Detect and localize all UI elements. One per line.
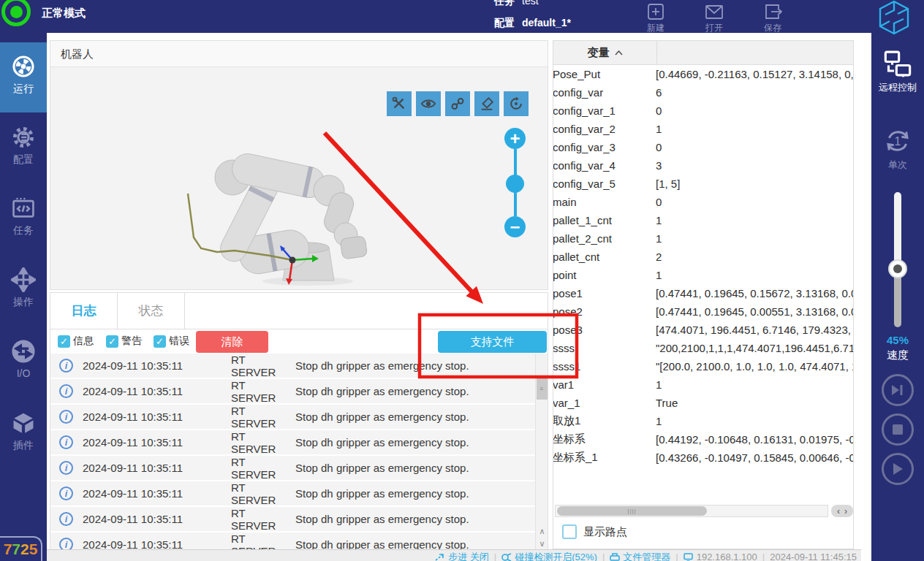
play-button[interactable] — [882, 453, 914, 485]
save-button[interactable]: 保存 — [750, 1, 795, 33]
support-files-button[interactable]: 支持文件 — [438, 331, 547, 353]
error-checkbox[interactable]: ✓ — [154, 335, 166, 348]
tab-status[interactable]: 状态 — [118, 293, 185, 329]
network-icon — [683, 553, 694, 561]
new-button[interactable]: 新建 — [633, 1, 678, 33]
eraser-button[interactable] — [474, 91, 499, 116]
variable-row[interactable]: 坐标系_1 [0.43266, -0.10497, 0.15845, 0.006… — [553, 449, 853, 467]
cube-icon — [11, 411, 36, 435]
scroll-up-icon[interactable]: ∧ — [536, 525, 548, 537]
step-mode-status[interactable]: 步进 关闭 — [435, 550, 489, 561]
info-checkbox[interactable]: ✓ — [58, 335, 70, 348]
tab-log[interactable]: 日志 — [50, 293, 118, 329]
log-source: RT SERVER — [231, 456, 292, 481]
variable-row[interactable]: config_var 6 — [553, 83, 853, 102]
speed-label: 速度 — [871, 348, 924, 362]
variable-value: [1, 5] — [656, 178, 853, 190]
step-next-button[interactable] — [882, 374, 914, 406]
open-button[interactable]: 打开 — [692, 1, 737, 33]
zoom-control: + − — [504, 128, 526, 237]
variables-hscrollbar[interactable]: |||| — [555, 505, 828, 517]
chain-link-icon — [450, 96, 466, 112]
code-window-icon — [11, 196, 36, 221]
variable-row[interactable]: ssss "200,2100,1,1,1,474.4071,196.4451,6… — [553, 339, 853, 357]
sidebar-item-operate[interactable]: 操作 — [0, 256, 47, 326]
sidebar-item-label: 任务 — [0, 224, 47, 237]
statusbar: 步进 关闭 | 碰撞检测开启(52%) | 文件管理器 | 192.168.1.… — [47, 549, 861, 561]
hscrollbar-thumb[interactable]: |||| — [557, 506, 707, 516]
warning-checkbox-label: 警告 — [121, 335, 142, 348]
scroll-left-icon[interactable]: ‹ — [837, 507, 840, 516]
sidebar-item-io[interactable]: I/O — [0, 327, 47, 397]
variable-row[interactable]: pallet_1_cnt 1 — [553, 211, 853, 229]
variables-header-cell[interactable]: 变量 — [553, 41, 657, 64]
log-scrollbar[interactable]: ≡ ∧ ∨ — [535, 354, 548, 550]
log-scrollbar-thumb[interactable]: ≡ — [537, 378, 548, 400]
variable-row[interactable]: main 0 — [553, 193, 853, 211]
sidebar-item-task[interactable]: 任务 — [0, 184, 47, 254]
sidebar-item-run[interactable]: 运行 — [0, 42, 47, 112]
remote-control-button[interactable]: 远程控制 — [871, 49, 924, 94]
visibility-button[interactable] — [416, 91, 441, 116]
single-run-button[interactable]: 1 单次 — [871, 126, 924, 172]
sidebar-item-plugin[interactable]: 插件 — [0, 399, 47, 469]
variable-name: ssss — [553, 342, 656, 354]
variable-row[interactable]: pose1 [0.47441, 0.19645, 0.15672, 3.1316… — [553, 284, 853, 302]
log-row[interactable]: i 2024-09-11 10:35:11 RT SERVER Stop dh … — [50, 405, 535, 429]
variable-row[interactable]: 取放1 1 — [553, 412, 853, 430]
variable-row[interactable]: config_var_4 3 — [553, 156, 853, 175]
zoom-out-button[interactable]: − — [504, 216, 526, 237]
tools-icon — [391, 96, 407, 112]
log-row[interactable]: i 2024-09-11 10:35:11 RT SERVER Stop dh … — [50, 481, 535, 505]
sidebar-item-config[interactable]: 配置 — [0, 113, 47, 183]
view-toolbar — [387, 91, 529, 116]
stop-button[interactable] — [882, 413, 914, 446]
variable-name: var_1 — [553, 397, 656, 409]
variable-name: main — [553, 196, 656, 208]
scroll-down-icon[interactable]: ∨ — [536, 538, 548, 549]
task-label: 任务 — [494, 0, 515, 7]
log-row[interactable]: i 2024-09-11 10:35:11 RT SERVER Stop dh … — [50, 430, 535, 454]
variable-row[interactable]: Pose_Put [0.44669, -0.21163, 0.15127, 3.… — [553, 65, 853, 83]
app-window: 正常模式 任务test 配置default_1* 新建 打开 保存 — [0, 0, 924, 561]
variable-row[interactable]: config_var_3 0 — [553, 138, 853, 156]
speed-slider-handle[interactable] — [888, 259, 907, 278]
variable-name: config_var_2 — [553, 123, 656, 135]
info-icon: i — [59, 486, 73, 500]
log-panel: 日志 状态 ✓ 信息 ✓ 警告 ✓ 错误 清除 支持文件 i — [50, 292, 548, 549]
log-row[interactable]: i 2024-09-11 10:35:11 RT SERVER Stop dh … — [50, 354, 535, 378]
log-row[interactable]: i 2024-09-11 10:35:11 RT SERVER Stop dh … — [50, 379, 535, 403]
log-message: Stop dh gripper as emergency stop. — [295, 462, 469, 474]
log-row[interactable]: i 2024-09-11 10:35:11 RT SERVER Stop dh … — [50, 456, 535, 480]
scroll-right-icon[interactable]: › — [844, 507, 847, 516]
variable-row[interactable]: pose3 [474.4071, 196.4451, 6.7146, 179.4… — [553, 321, 853, 339]
log-row[interactable]: i 2024-09-11 10:35:11 RT SERVER Stop dh … — [50, 507, 535, 531]
variable-row[interactable]: pallet_2_cnt 1 — [553, 229, 853, 248]
variable-row[interactable]: pose2 [0.47441, 0.19645, 0.00551, 3.1316… — [553, 302, 853, 321]
variable-row[interactable]: point 1 — [553, 266, 853, 284]
warning-checkbox[interactable]: ✓ — [106, 335, 118, 348]
variable-row[interactable]: config_var_2 1 — [553, 120, 853, 138]
variable-row[interactable]: 坐标系 [0.44192, -0.10648, 0.16131, 0.01975… — [553, 430, 853, 449]
reset-view-button[interactable] — [504, 91, 529, 116]
variable-row[interactable]: var_1 True — [553, 394, 853, 412]
hscroll-buttons: ‹ › — [831, 505, 853, 517]
file-manager-link[interactable]: 文件管理器 — [610, 550, 670, 561]
zoom-slider-handle[interactable] — [506, 175, 524, 193]
zoom-in-button[interactable]: + — [504, 128, 526, 149]
tools-button[interactable] — [387, 91, 412, 116]
variable-name: point — [553, 269, 656, 281]
variable-row[interactable]: pallet_cnt 2 — [553, 248, 853, 266]
variable-row[interactable]: var1 1 — [553, 375, 853, 394]
show-waypoints-checkbox[interactable] — [562, 524, 577, 539]
log-source: RT SERVER — [231, 405, 292, 430]
speed-slider-track-upper[interactable] — [894, 192, 901, 269]
variable-row[interactable]: config_var_5 [1, 5] — [553, 175, 853, 193]
clear-log-button[interactable]: 清除 — [196, 331, 268, 353]
log-row[interactable]: i 2024-09-11 10:35:11 RT SERVER Stop dh … — [50, 533, 535, 550]
collision-detection-status[interactable]: 碰撞检测开启(52%) — [501, 550, 597, 561]
variable-row[interactable]: ssss1 "[200.0, 2100.0, 1.0, 1.0, 1.0, 47… — [553, 357, 853, 375]
path-button[interactable] — [445, 91, 470, 116]
variable-row[interactable]: config_var_1 0 — [553, 102, 853, 120]
step-mode-icon — [435, 553, 445, 561]
